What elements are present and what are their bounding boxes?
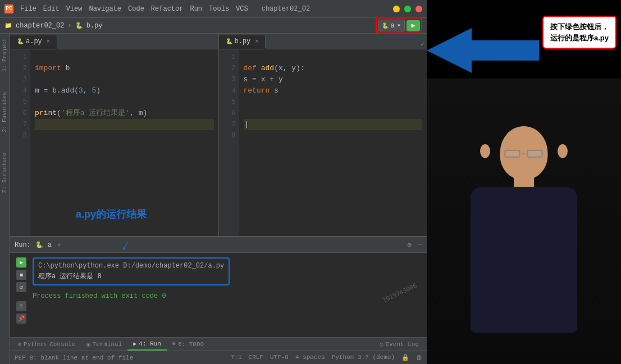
terminal-icon: ▣ (86, 341, 90, 348)
callout-box: 按下绿色按钮后， 运行的是程序a.py (542, 16, 617, 49)
run-stop-button[interactable]: ■ (16, 270, 26, 280)
editor-pane-b: 🐍 b.py × ✓ 12345678 (219, 34, 427, 236)
menu-code[interactable]: Code (128, 5, 144, 13)
callout-line1: 按下绿色按钮后， (550, 21, 609, 33)
close-button[interactable] (415, 6, 422, 12)
finish-line: Process finished with exit code 0 (33, 292, 166, 300)
run-button[interactable]: ▶ (407, 20, 420, 31)
run-tab-label[interactable]: a (48, 241, 52, 249)
python-file-b-icon: 🐍 (226, 38, 232, 45)
todo-icon: ≡ (172, 341, 176, 347)
right-panel: 按下绿色按钮后， 运行的是程序a.py (427, 0, 621, 364)
code-content-a[interactable]: import b m = b.add(3, 5) print('程序a 运行结果… (30, 49, 218, 236)
editor-tabs-a: 🐍 a.py × (10, 34, 218, 49)
status-bar: PEP 8: blank line at end of file 7:1 CRL… (10, 351, 427, 364)
line-ending[interactable]: CRLF (249, 354, 263, 361)
tab-terminal[interactable]: ▣ Terminal (81, 338, 127, 351)
indent[interactable]: 4 spaces (295, 354, 325, 361)
run-panel-content: ▶ ■ ↺ ≡ 📌 C:\python\python.exe D:/demo/c… (10, 253, 427, 337)
code-area-b[interactable]: 12345678 def add(x, y): s = x + y return… (219, 49, 427, 236)
trash-icon[interactable]: 🗑 (416, 354, 422, 361)
run-config-name: a (391, 22, 395, 30)
left-sidebar: 1: Project 2: Favorites Z: Structure (0, 34, 10, 364)
run-label: Run: (15, 241, 31, 249)
code-content-b[interactable]: def add(x, y): s = x + y return s | (239, 49, 427, 236)
python-version[interactable]: Python 3.7 (demo) (332, 354, 395, 361)
run-play-side-button[interactable]: ▶ (16, 257, 26, 268)
gear-icon[interactable]: ⚙ (408, 241, 412, 249)
check-icon: ✓ (421, 41, 424, 48)
run-panel-header: Run: 🐍 a × ⚙ − (10, 237, 427, 253)
python-file-icon: 🐍 (17, 38, 24, 45)
tab-a-py[interactable]: 🐍 a.py × (10, 35, 57, 49)
breadcrumb-bar: 📁 chapter02_02 › 🐍 b.py 🐍 a ▾ ▶ (0, 18, 427, 34)
menu-bar[interactable]: File Edit View Navigate Code Refactor Ru… (20, 5, 248, 13)
breadcrumb-project[interactable]: chapter02_02 (16, 22, 64, 30)
menu-file[interactable]: File (20, 5, 36, 13)
run-settings-button[interactable]: ≡ (16, 301, 26, 311)
menu-refactor[interactable]: Refactor (151, 5, 184, 13)
app-logo: PC (4, 4, 13, 13)
run-side-buttons: ▶ ■ ↺ ≡ 📌 (15, 257, 28, 333)
output-line: 程序a 运行结果是 8 (38, 271, 224, 282)
python-console-label: Python Console (24, 341, 75, 348)
cursor-position: 7:1 (231, 354, 242, 361)
sidebar-item-project[interactable]: 1: Project (0, 34, 10, 76)
annotation-arrow (427, 28, 539, 76)
maximize-button[interactable] (404, 6, 411, 12)
tab-b-label: b.py (235, 38, 251, 45)
run-play-icon: ▶ (411, 21, 415, 30)
encoding[interactable]: UTF-8 (270, 354, 289, 361)
tab-todo[interactable]: ≡ 6: TODO (167, 338, 209, 351)
output-highlight-box: C:\python\python.exe D:/demo/chapter02_0… (33, 257, 230, 285)
minimize-button[interactable] (393, 6, 400, 12)
run-config-area: 🐍 a ▾ ▶ (376, 17, 422, 34)
event-log-label: Event Log (386, 341, 419, 348)
tab-a-label: a.py (26, 38, 42, 45)
run-rerun-button[interactable]: ↺ (16, 282, 26, 292)
menu-tools[interactable]: Tools (209, 5, 229, 13)
run-output: C:\python\python.exe D:/demo/chapter02_0… (33, 257, 422, 333)
bottom-tabs: ⊕ Python Console ▣ Terminal ▶ 4: Run ≡ 6… (10, 337, 427, 351)
code-area-a[interactable]: 12345678 import b m = b.add(3, 5) print(… (10, 49, 218, 236)
menu-view[interactable]: View (66, 5, 83, 13)
collapse-icon[interactable]: − (418, 241, 422, 249)
sidebar-item-favorites[interactable]: 2: Favorites (0, 87, 10, 137)
pep-status: PEP 8: blank line at end of file (15, 354, 224, 361)
tab-a-close-icon[interactable]: × (47, 39, 50, 45)
breadcrumb-file[interactable]: b.py (86, 22, 103, 30)
run-tab-label-bottom: 4: Run (139, 340, 161, 347)
status-right: 7:1 CRLF UTF-8 4 spaces Python 3.7 (demo… (231, 354, 422, 361)
sidebar-item-structure[interactable]: Z: Structure (0, 148, 10, 197)
run-tab-icon: ▶ (133, 340, 136, 347)
terminal-label: Terminal (92, 341, 122, 348)
menu-run[interactable]: Run (190, 5, 202, 13)
callout-line2: 运行的是程序a.py (550, 33, 609, 44)
lock-icon: 🔒 (401, 354, 409, 361)
tab-event-log[interactable]: ◯ Event Log (375, 340, 424, 349)
run-pin-button[interactable]: 📌 (16, 314, 26, 324)
event-log-icon: ◯ (380, 341, 383, 348)
line-numbers-a: 12345678 (10, 49, 30, 236)
editor-pane-a: 🐍 a.py × 12345678 import b (10, 34, 219, 236)
instructor-video (427, 79, 621, 364)
svg-marker-0 (427, 28, 539, 73)
run-config-highlight: 🐍 a ▾ ▶ (376, 17, 422, 34)
cmd-line: C:\python\python.exe D:/demo/chapter02_0… (38, 261, 224, 271)
run-config-dropdown[interactable]: 🐍 a ▾ (378, 20, 405, 31)
menu-navigate[interactable]: Navigate (89, 5, 121, 13)
tab-b-py[interactable]: 🐍 b.py × (219, 35, 266, 49)
menu-edit[interactable]: Edit (43, 5, 60, 13)
arrow-svg (427, 28, 539, 73)
window-controls (393, 6, 422, 12)
python-console-icon: ⊕ (18, 341, 21, 348)
title-bar: PC File Edit View Navigate Code Refactor… (0, 0, 427, 18)
project-title: chapter02_02 (262, 5, 310, 13)
menu-vcs[interactable]: VCS (236, 5, 248, 13)
run-panel: Run: 🐍 a × ⚙ − ▶ ■ ↺ ≡ (10, 236, 427, 337)
breadcrumb-separator: › (67, 22, 71, 30)
tab-run[interactable]: ▶ 4: Run (127, 338, 167, 351)
tab-b-close-icon[interactable]: × (255, 39, 258, 45)
tab-python-console[interactable]: ⊕ Python Console (12, 338, 81, 351)
line-numbers-b: 12345678 (219, 49, 239, 236)
